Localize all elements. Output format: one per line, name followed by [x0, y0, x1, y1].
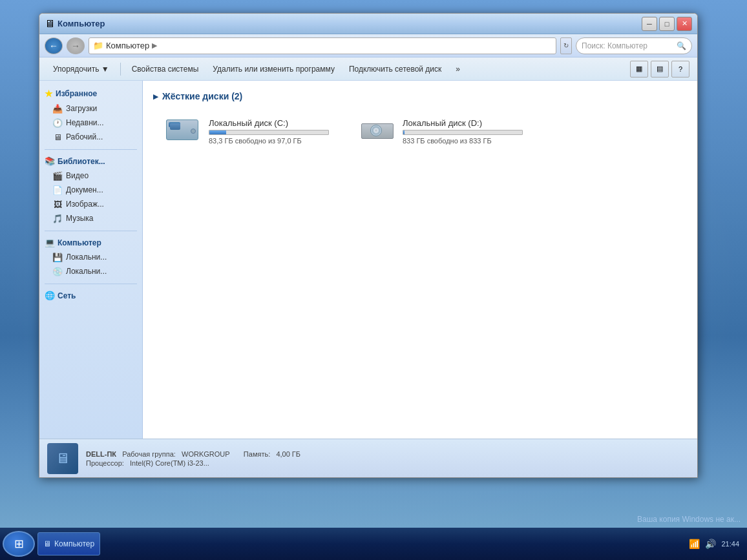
hdd-d-disc-center: [375, 129, 377, 132]
taskbar-network-icon: 📶: [689, 539, 700, 549]
toolbar: Упорядочить ▼ Свойства системы Удалить и…: [39, 57, 697, 81]
sidebar-favorites-header[interactable]: ★ Избранное: [39, 86, 142, 101]
disk-c-space: 83,3 ГБ свободно из 97,0 ГБ: [209, 137, 329, 145]
disk-d-item[interactable]: Локальный диск (D:) 833 ГБ свободно из 8…: [357, 114, 525, 148]
minimize-button[interactable]: ─: [642, 17, 657, 31]
video-icon: 🎬: [52, 171, 63, 181]
sidebar-computer-label: Компьютер: [58, 238, 101, 247]
disk-c-bar-fill: [209, 130, 226, 134]
disk-d-space: 833 ГБ свободно из 833 ГБ: [403, 137, 523, 145]
hdd-c-dot: [191, 129, 196, 134]
sidebar-item-local-c[interactable]: 💾 Локальни...: [39, 250, 142, 264]
folder-icon: 📁: [93, 41, 103, 50]
sidebar-local-c-label: Локальни...: [66, 253, 107, 262]
sidebar-computer-section: 💻 Компьютер 💾 Локальни... 💿 Локальни...: [39, 235, 142, 278]
search-bar[interactable]: Поиск: Компьютер 🔍: [576, 37, 692, 54]
images-icon: 🖼: [52, 199, 63, 209]
window-icon: 🖥: [45, 18, 55, 30]
search-placeholder-text: Поиск: Компьютер: [582, 41, 647, 50]
sidebar-computer-header[interactable]: 💻 Компьютер: [39, 235, 142, 250]
explorer-window: 🖥 Компьютер ─ □ ✕ ← → 📁 Компьютер ▶ ↻ По…: [39, 13, 698, 478]
search-icon: 🔍: [677, 41, 686, 50]
status-computer-name: DELL-ПК: [86, 450, 116, 458]
sidebar-downloads-label: Загрузки: [66, 104, 97, 113]
system-properties-button[interactable]: Свойства системы: [126, 60, 205, 78]
uninstall-button[interactable]: Удалить или изменить программу: [207, 60, 341, 78]
sidebar-item-desktop[interactable]: 🖥 Рабочий...: [39, 130, 142, 144]
maximize-button[interactable]: □: [659, 17, 675, 31]
sidebar-item-documents[interactable]: 📄 Докумен...: [39, 183, 142, 197]
computer-header-icon: 💻: [45, 238, 55, 247]
sidebar-network-label: Сеть: [58, 291, 76, 300]
sidebar-item-images[interactable]: 🖼 Изображ...: [39, 197, 142, 211]
disk-c-item[interactable]: Локальный диск (C:) 83,3 ГБ свободно из …: [163, 114, 331, 148]
disk-c-bar-container: [209, 130, 329, 135]
address-arrow-icon: ▶: [152, 41, 157, 50]
status-processor: Intel(R) Core(TM) i3-23...: [130, 459, 209, 467]
status-processor-label: Процессор:: [86, 459, 124, 467]
disk-c-icon: [166, 117, 202, 145]
status-line-1: DELL-ПК Рабочая группа: WORKGROUP Память…: [86, 450, 300, 458]
sidebar-item-music[interactable]: 🎵 Музыка: [39, 211, 142, 225]
disk-c-top: Локальный диск (C:) 83,3 ГБ свободно из …: [166, 117, 329, 145]
sidebar-item-recent[interactable]: 🕐 Недавни...: [39, 116, 142, 130]
address-bar[interactable]: 📁 Компьютер ▶: [89, 37, 556, 54]
start-icon: ⊞: [14, 537, 24, 551]
sidebar-network-header[interactable]: 🌐 Сеть: [39, 288, 142, 303]
window-controls: ─ □ ✕: [642, 17, 692, 31]
taskbar-explorer-item[interactable]: 🖥 Компьютер: [37, 532, 100, 555]
sidebar-divider-3: [45, 284, 137, 284]
status-computer-icon: 🖥: [47, 443, 78, 474]
toolbar-right: ▦ ▤ ?: [630, 61, 689, 78]
back-button[interactable]: ←: [45, 37, 63, 54]
sidebar-item-downloads[interactable]: 📥 Загрузки: [39, 101, 142, 116]
content-area: Жёсткие диски (2): [143, 81, 697, 439]
address-text: Компьютер: [106, 41, 149, 50]
sidebar-divider-1: [45, 149, 137, 150]
sidebar-divider-2: [45, 231, 137, 231]
watermark-text: Ваша копия Windows не ак...: [637, 515, 741, 524]
sidebar-recent-label: Недавни...: [66, 118, 103, 127]
sidebar-favorites-section: ★ Избранное 📥 Загрузки 🕐 Недавни... 🖥 Ра…: [39, 86, 142, 144]
main-content: ★ Избранное 📥 Загрузки 🕐 Недавни... 🖥 Ра…: [39, 81, 697, 439]
sidebar-desktop-label: Рабочий...: [66, 132, 103, 141]
sidebar-libraries-header[interactable]: 📚 Библиотек...: [39, 154, 142, 169]
sidebar-item-video[interactable]: 🎬 Видео: [39, 169, 142, 183]
sidebar-item-local-d[interactable]: 💿 Локальни...: [39, 264, 142, 278]
local-d-icon: 💿: [52, 266, 63, 276]
status-info: DELL-ПК Рабочая группа: WORKGROUP Память…: [86, 450, 300, 467]
connect-drive-button[interactable]: Подключить сетевой диск: [343, 60, 447, 78]
network-icon: 🌐: [45, 291, 55, 300]
windows-watermark: Ваша копия Windows не ак...: [637, 515, 741, 524]
taskbar: ⊞ 🖥 Компьютер 📶 🔊 21:44: [0, 528, 747, 560]
refresh-button[interactable]: ↻: [560, 37, 572, 54]
sidebar-video-label: Видео: [66, 171, 89, 180]
close-button[interactable]: ✕: [677, 17, 692, 31]
taskbar-time: 21:44: [721, 540, 739, 548]
documents-icon: 📄: [52, 185, 63, 195]
sidebar-network-section: 🌐 Сеть: [39, 288, 142, 303]
title-bar-left: 🖥 Компьютер: [45, 18, 105, 30]
section-title: Жёсткие диски (2): [153, 91, 687, 101]
organize-button[interactable]: Упорядочить ▼: [47, 60, 115, 78]
sidebar: ★ Избранное 📥 Загрузки 🕐 Недавни... 🖥 Ра…: [39, 81, 143, 439]
sidebar-local-d-label: Локальни...: [66, 267, 107, 276]
title-bar: 🖥 Компьютер ─ □ ✕: [39, 14, 697, 34]
sidebar-music-label: Музыка: [66, 214, 93, 223]
desktop-icon: 🖥: [52, 132, 63, 142]
taskbar-volume-icon: 🔊: [705, 539, 716, 549]
disk-d-top: Локальный диск (D:) 833 ГБ свободно из 8…: [360, 117, 523, 145]
help-button[interactable]: ?: [671, 61, 689, 78]
sidebar-favorites-label: Избранное: [56, 89, 97, 98]
layout-button[interactable]: ▤: [651, 61, 669, 78]
disk-d-info: Локальный диск (D:) 833 ГБ свободно из 8…: [403, 118, 523, 145]
disk-d-icon: [360, 117, 396, 145]
toolbar-separator-1: [120, 63, 121, 76]
forward-button[interactable]: →: [67, 37, 85, 54]
start-button[interactable]: ⊞: [3, 531, 35, 557]
disk-d-bar-container: [403, 130, 523, 135]
more-button[interactable]: »: [450, 60, 466, 78]
star-icon: ★: [45, 88, 53, 99]
nav-bar: ← → 📁 Компьютер ▶ ↻ Поиск: Компьютер 🔍: [39, 34, 697, 57]
view-toggle-button[interactable]: ▦: [630, 61, 648, 78]
